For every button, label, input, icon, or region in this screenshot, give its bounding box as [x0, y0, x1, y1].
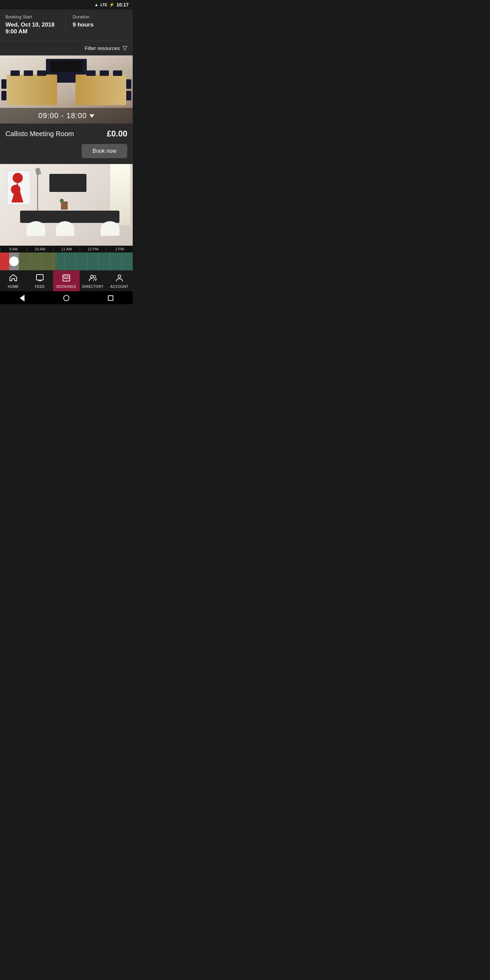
filter-bar[interactable]: Filter resources ▽ [0, 41, 133, 56]
timeline-dot-circle [9, 256, 18, 266]
chair-7 [2, 79, 7, 89]
home-icon [9, 274, 18, 283]
timeline-label-1pm: 1 PM [106, 247, 133, 251]
grid-line-1 [19, 253, 30, 270]
timeline-label-10am: 10 AM [27, 247, 53, 251]
room-card-1: 09:00 - 18:00 Callisto Meeting Room £0.0… [0, 56, 133, 164]
grid-line-5 [64, 253, 76, 270]
lamp-head [35, 168, 41, 176]
chair-4 [113, 70, 122, 76]
timeline-bar[interactable] [0, 253, 133, 270]
chair-5 [100, 70, 109, 76]
room-image-1: 09:00 - 18:00 [0, 56, 133, 124]
svg-rect-3 [66, 278, 67, 279]
grid-line-10 [121, 253, 133, 270]
plant [61, 202, 68, 210]
white-chair-right [101, 221, 119, 236]
svg-rect-4 [67, 278, 68, 279]
chair-9 [126, 79, 132, 89]
signal-icon: ▲ [94, 2, 98, 7]
time-range-display: 09:00 - 18:00 [38, 111, 87, 120]
nav-item-directory[interactable]: DIRECTORY [80, 270, 106, 291]
home-system-icon [63, 295, 69, 301]
nav-account-label: ACCOUNT [111, 285, 129, 288]
chair-8 [2, 91, 7, 100]
recents-icon [108, 295, 113, 301]
nav-item-bookings[interactable]: BOOKINGS [53, 270, 80, 291]
duration-col: Duration 9 hours [66, 14, 127, 35]
back-icon [20, 295, 24, 301]
bookings-icon [62, 274, 70, 283]
nav-home-label: HOME [8, 285, 19, 288]
time-chevron-icon[interactable] [89, 115, 94, 118]
room-name-1: Callisto Meeting Room [5, 130, 74, 138]
time-overlay[interactable]: 09:00 - 18:00 [0, 108, 133, 124]
chair-6 [86, 70, 95, 76]
book-now-button[interactable]: Book now [82, 144, 127, 158]
svg-point-5 [91, 275, 93, 278]
chair-10 [126, 91, 132, 100]
status-time: 10:17 [116, 2, 129, 8]
white-chair-mid [56, 221, 75, 236]
svg-rect-2 [64, 278, 65, 279]
nav-directory-label: DIRECTORY [82, 285, 103, 288]
grid-line-7 [87, 253, 99, 270]
directory-icon [89, 274, 97, 283]
wall-artwork [7, 170, 30, 205]
timeline-label-12pm: 12 PM [80, 247, 106, 251]
artwork-circle-top [13, 173, 23, 183]
duration-value: 9 hours [73, 21, 127, 28]
feed-icon [36, 274, 44, 283]
grid-line-4 [53, 253, 64, 270]
bottom-nav: HOME FEED BOOKINGS [0, 270, 133, 291]
booking-header: Booking Start Wed, Oct 10, 2018 9:00 AM … [0, 10, 133, 41]
timeline-booked-block [0, 253, 9, 270]
home-button[interactable] [63, 295, 70, 301]
grid-line-9 [110, 253, 121, 270]
timeline-label-9am: 9 AM [0, 247, 27, 251]
network-type: LTE [100, 3, 107, 7]
system-nav [0, 291, 133, 304]
filter-icon[interactable]: ▽ [123, 44, 127, 52]
nav-feed-label: FEED [35, 285, 45, 288]
timeline-label-11am: 11 AM [53, 247, 80, 251]
booking-start-label: Booking Start [5, 14, 60, 19]
lamp-pole [37, 168, 38, 213]
nav-bookings-label: BOOKINGS [56, 285, 76, 288]
account-icon [115, 274, 124, 283]
svg-point-7 [118, 275, 121, 278]
timeline-current-marker [9, 253, 18, 270]
timeline-grid [19, 253, 133, 270]
nav-item-feed[interactable]: FEED [27, 270, 53, 291]
status-bar: ▲ LTE ⚡ 10:17 [0, 0, 133, 10]
booking-start-col: Booking Start Wed, Oct 10, 2018 9:00 AM [5, 14, 66, 35]
timeline-section: 9 AM 10 AM 11 AM 12 PM 1 PM [0, 246, 133, 270]
battery-icon: ⚡ [109, 2, 115, 7]
nav-item-home[interactable]: HOME [0, 270, 27, 291]
tv-wall-2 [49, 174, 86, 192]
chair-1 [11, 70, 20, 76]
room-price-1: £0.00 [107, 129, 127, 138]
table-left [7, 75, 57, 105]
booking-start-value: Wed, Oct 10, 2018 9:00 AM [5, 21, 60, 35]
svg-rect-0 [37, 275, 43, 280]
chair-3 [37, 70, 46, 76]
white-chair-left [27, 221, 45, 236]
recents-button[interactable] [107, 295, 114, 301]
tv-display [50, 61, 82, 72]
nav-item-account[interactable]: ACCOUNT [106, 270, 133, 291]
grid-line-8 [98, 253, 110, 270]
grid-line-6 [76, 253, 87, 270]
grid-line-3 [41, 253, 53, 270]
room-image-2 [0, 164, 133, 246]
room-info-1: Callisto Meeting Room £0.00 [0, 124, 133, 144]
filter-label: Filter resources [85, 45, 120, 51]
svg-point-6 [94, 275, 96, 278]
table-right [76, 75, 126, 105]
chair-2 [24, 70, 33, 76]
timeline-labels: 9 AM 10 AM 11 AM 12 PM 1 PM [0, 246, 133, 253]
grid-line-2 [30, 253, 41, 270]
duration-label: Duration [73, 14, 127, 19]
back-button[interactable] [19, 295, 25, 301]
book-now-row: Book now [0, 144, 133, 164]
